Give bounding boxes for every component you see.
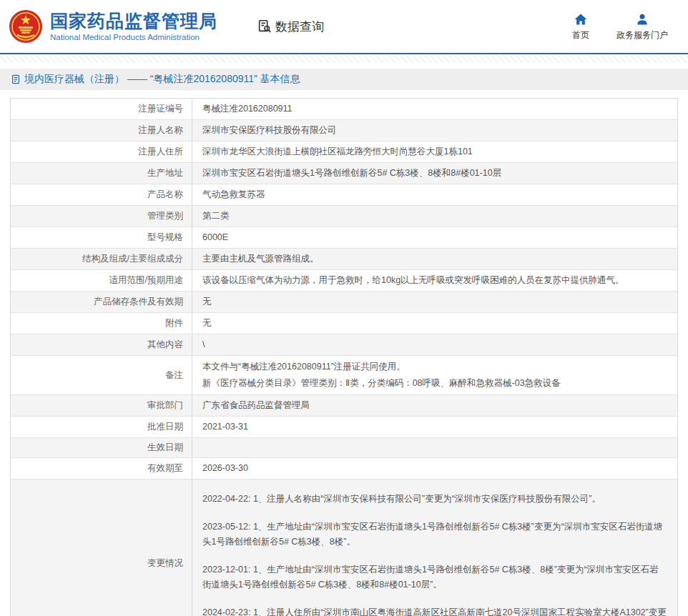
home-icon: [574, 12, 588, 26]
row-value: 广东省食品药品监督管理局: [192, 395, 677, 416]
table-row: 批准日期2021-03-31: [11, 417, 677, 438]
row-label-text: 产品名称: [147, 189, 183, 201]
agency-title-block: 国家药品监督管理局 National Medical Products Admi…: [50, 11, 217, 42]
agency-name-zh: 国家药品监督管理局: [50, 11, 217, 31]
table-row: 注册人名称深圳市安保医疗科技股份有限公司: [11, 120, 677, 141]
row-value: \: [192, 334, 677, 355]
row-label-text: 产品储存条件及有效期: [94, 296, 183, 308]
row-label-text: 结构及组成/主要组成成分: [82, 253, 183, 265]
row-value: 2021-03-31: [192, 417, 677, 437]
table-row: 其他内容\: [11, 334, 677, 356]
table-row: 审批部门广东省食品药品监督管理局: [11, 395, 677, 417]
row-label: 适用范围/预期用途: [11, 270, 192, 291]
row-value-text: 第二类: [202, 209, 667, 224]
row-label: 变更情况: [11, 480, 192, 616]
row-value: 6000E: [192, 227, 677, 248]
row-label: 注册人住所: [11, 141, 192, 162]
table-row: 生效日期: [11, 438, 677, 458]
nav-gov-portal[interactable]: 政务服务门户: [616, 12, 668, 41]
row-label: 其他内容: [11, 334, 192, 355]
row-label-text: 备注: [165, 369, 183, 382]
row-value-text: 深圳市安保医疗科技股份有限公司: [202, 123, 667, 138]
row-value: 本文件与“粤械注准20162080911”注册证共同使用。新《医疗器械分类目录》…: [192, 356, 677, 394]
row-label-text: 生产地址: [147, 167, 183, 179]
table-row: 注册证编号粤械注准20162080911: [11, 99, 677, 120]
row-value-text: \: [202, 337, 667, 352]
row-label-text: 注册证编号: [139, 103, 184, 115]
top-right-nav: 首页 政务服务门户: [572, 12, 668, 41]
value-paragraph: 2024-02-23: 1、注册人住所由“深圳市南山区粤海街道高新区社区高新南七…: [202, 605, 667, 616]
row-label-text: 其他内容: [147, 339, 183, 351]
row-label: 审批部门: [11, 395, 192, 416]
row-value-text: 主要由主机及气源管路组成。: [202, 252, 667, 267]
page-title-bar: 境内医疗器械（注册） —— “粤械注准20162080911” 基本信息: [0, 69, 688, 90]
row-value-text: 6000E: [202, 230, 667, 245]
table-row: 产品名称气动急救复苏器: [11, 184, 677, 206]
value-paragraph: 2023-12-01: 1、生产地址由“深圳市宝安区石岩街道塘头1号路创维创新谷…: [202, 562, 667, 592]
row-value: 2026-03-30: [192, 458, 677, 479]
row-value: 粤械注准20162080911: [192, 99, 677, 119]
row-label: 结构及组成/主要组成成分: [11, 249, 192, 269]
table-row: 备注本文件与“粤械注准20162080911”注册证共同使用。新《医疗器械分类目…: [11, 356, 677, 395]
row-value-text: 无: [202, 294, 667, 309]
row-label: 生效日期: [11, 438, 192, 457]
row-value-text: 深圳市宝安区石岩街道塘头1号路创维创新谷5# C栋3楼、8楼和8#楼01-10层: [202, 166, 667, 181]
row-label: 型号规格: [11, 227, 192, 248]
row-value: 深圳市宝安区石岩街道塘头1号路创维创新谷5# C栋3楼、8楼和8#楼01-10层: [192, 163, 677, 184]
row-label: 产品储存条件及有效期: [11, 292, 192, 312]
table-row: 型号规格6000E: [11, 227, 677, 249]
table-row: 生产地址深圳市宝安区石岩街道塘头1号路创维创新谷5# C栋3楼、8楼和8#楼01…: [11, 163, 677, 184]
data-query-label: 数据查询: [275, 19, 324, 35]
row-value-text: 深圳市龙华区大浪街道上横朗社区福龙路旁恒大时尚慧谷大厦1栋101: [202, 144, 667, 159]
row-label: 生产地址: [11, 163, 192, 184]
row-value: 第二类: [192, 206, 677, 227]
table-row: 产品储存条件及有效期无: [11, 292, 677, 313]
row-value: 主要由主机及气源管路组成。: [192, 249, 677, 269]
row-label: 备注: [11, 356, 192, 394]
table-row: 注册人住所深圳市龙华区大浪街道上横朗社区福龙路旁恒大时尚慧谷大厦1栋101: [11, 141, 677, 163]
home-label: 首页: [572, 29, 589, 41]
row-value: 无: [192, 313, 677, 334]
value-paragraph: 本文件与“粤械注准20162080911”注册证共同使用。: [202, 359, 667, 374]
row-value: 深圳市安保医疗科技股份有限公司: [192, 120, 677, 141]
page-title: 境内医疗器械（注册） —— “粤械注准20162080911” 基本信息: [24, 73, 300, 86]
table-row: 有效期至2026-03-30: [11, 458, 677, 480]
table-row: 附件无: [11, 313, 677, 334]
value-paragraph: 2023-05-12: 1、生产地址由“深圳市宝安区石岩街道塘头1号路创维创新谷…: [202, 520, 667, 550]
row-value: 深圳市龙华区大浪街道上横朗社区福龙路旁恒大时尚慧谷大厦1栋101: [192, 141, 677, 162]
table-row: 结构及组成/主要组成成分主要由主机及气源管路组成。: [11, 249, 677, 270]
row-label: 有效期至: [11, 458, 192, 479]
row-label-text: 适用范围/预期用途: [109, 274, 183, 287]
agency-name-en: National Medical Products Administration: [50, 33, 217, 42]
row-value-text: 粤械注准20162080911: [202, 101, 667, 116]
national-emblem-logo: [9, 9, 43, 44]
data-query-icon: [257, 19, 272, 34]
user-icon: [635, 12, 649, 26]
gov-portal-label: 政务服务门户: [616, 29, 668, 41]
row-label: 管理类别: [11, 206, 192, 227]
row-label-text: 附件: [165, 317, 183, 329]
row-value-text: 广东省食品药品监督管理局: [202, 398, 667, 413]
row-value: 该设备以压缩气体为动力源，用于急救时，给10kg以上无呼吸或突发呼吸困难的人员在…: [192, 270, 677, 291]
row-value-text: 该设备以压缩气体为动力源，用于急救时，给10kg以上无呼吸或突发呼吸困难的人员在…: [202, 273, 667, 288]
row-label-text: 注册人名称: [139, 124, 184, 136]
table-row: 变更情况2022-04-22: 1、注册人名称由“深圳市安保科技有限公司”变更为…: [11, 480, 677, 616]
row-label-text: 注册人住所: [139, 146, 184, 158]
row-label-text: 变更情况: [147, 557, 183, 570]
row-value-text: 2021-03-31: [202, 419, 667, 434]
table-row: 管理类别第二类: [11, 206, 677, 227]
row-value-text: 气动急救复苏器: [202, 187, 667, 202]
site-header: 国家药品监督管理局 National Medical Products Admi…: [0, 0, 688, 54]
decorative-stripe-band: [0, 54, 688, 63]
row-label-text: 管理类别: [147, 210, 183, 222]
row-label: 批准日期: [11, 417, 192, 437]
row-value-text: 无: [202, 316, 667, 331]
row-value: 气动急救复苏器: [192, 184, 677, 205]
row-label-text: 有效期至: [147, 462, 183, 475]
info-table: 注册证编号粤械注准20162080911注册人名称深圳市安保医疗科技股份有限公司…: [10, 98, 678, 616]
row-label: 附件: [11, 313, 192, 334]
row-value: 无: [192, 292, 677, 312]
nav-home[interactable]: 首页: [572, 12, 589, 41]
row-value-text: 2026-03-30: [202, 461, 667, 476]
nav-data-query[interactable]: 数据查询: [257, 19, 324, 35]
